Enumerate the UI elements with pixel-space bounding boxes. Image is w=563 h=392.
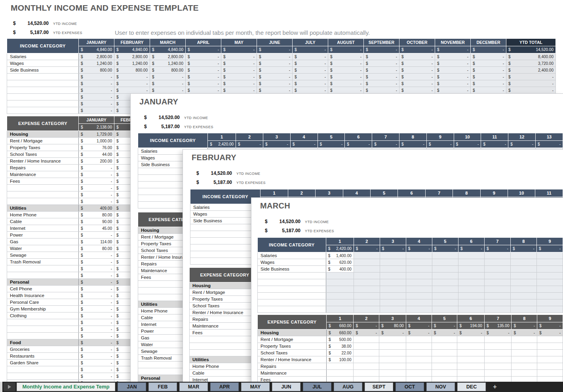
value-cell[interactable]: $500.00 xyxy=(326,336,354,343)
value-cell[interactable]: $1,000.00 xyxy=(79,138,114,144)
value-cell[interactable]: $- xyxy=(79,360,114,366)
value-cell[interactable]: $- xyxy=(512,330,537,336)
value-cell[interactable]: $- xyxy=(221,74,257,80)
value-cell[interactable]: $- xyxy=(257,67,293,74)
row-label-cell[interactable]: Water xyxy=(7,245,79,252)
value-cell[interactable] xyxy=(536,279,563,286)
value-cell[interactable]: $- xyxy=(79,339,114,346)
value-cell[interactable]: $- xyxy=(364,87,399,94)
tab-apr[interactable]: APR xyxy=(210,383,239,391)
value-cell[interactable] xyxy=(380,279,406,286)
ytd-value-cell[interactable]: $- xyxy=(506,87,556,94)
value-cell[interactable] xyxy=(484,279,510,286)
value-cell[interactable]: $100.00 xyxy=(326,356,354,363)
row-label-cell[interactable] xyxy=(7,191,79,198)
value-cell[interactable]: $1,240.00 xyxy=(114,60,150,67)
value-cell[interactable] xyxy=(537,370,563,377)
value-cell[interactable] xyxy=(484,252,510,259)
value-cell[interactable] xyxy=(457,370,485,377)
row-label-cell[interactable] xyxy=(190,224,261,231)
value-cell[interactable] xyxy=(380,266,406,273)
value-cell[interactable]: $- xyxy=(484,330,512,336)
value-cell[interactable]: $- xyxy=(435,67,471,74)
value-cell[interactable]: $- xyxy=(364,53,399,60)
tab-feb[interactable]: FEB xyxy=(148,383,177,391)
row-label-cell[interactable]: Utilities xyxy=(190,356,260,363)
value-cell[interactable]: $- xyxy=(364,80,399,87)
value-cell[interactable]: $- xyxy=(114,80,150,87)
row-label-cell[interactable]: Internet xyxy=(190,377,260,382)
row-label-cell[interactable]: School Taxes xyxy=(7,151,79,158)
row-label-cell[interactable] xyxy=(7,87,79,94)
row-label-cell[interactable]: Property Taxes xyxy=(258,343,327,350)
value-cell[interactable] xyxy=(510,279,536,286)
ytd-value-cell[interactable]: $- xyxy=(506,74,556,80)
value-cell[interactable]: $- xyxy=(399,60,435,67)
value-cell[interactable] xyxy=(510,266,536,273)
value-cell[interactable]: $- xyxy=(186,60,221,67)
value-cell[interactable] xyxy=(458,266,484,273)
row-label-cell[interactable] xyxy=(190,336,260,343)
value-cell[interactable] xyxy=(484,259,510,266)
row-label-cell[interactable]: Power xyxy=(7,232,79,239)
value-cell[interactable]: $- xyxy=(79,265,114,272)
row-label-cell[interactable] xyxy=(7,198,79,205)
value-cell[interactable]: $400.00 xyxy=(326,266,354,273)
value-cell[interactable]: $660.00 xyxy=(326,330,354,336)
value-cell[interactable]: $- xyxy=(79,100,114,107)
row-label-cell[interactable] xyxy=(258,293,326,299)
value-cell[interactable]: $2,800.00 xyxy=(79,53,114,60)
value-cell[interactable] xyxy=(537,336,563,343)
tab-sept[interactable]: SEPT xyxy=(365,383,393,391)
value-cell[interactable]: $- xyxy=(328,67,364,74)
row-label-cell[interactable] xyxy=(7,74,79,80)
row-label-cell[interactable]: Repairs xyxy=(190,316,260,323)
row-label-cell[interactable] xyxy=(190,251,261,258)
row-label-cell[interactable] xyxy=(7,373,79,380)
tab-may[interactable]: MAY xyxy=(241,383,270,391)
value-cell[interactable]: $- xyxy=(435,60,471,67)
row-label-cell[interactable] xyxy=(7,333,79,339)
value-cell[interactable] xyxy=(354,252,380,259)
row-label-cell[interactable]: Rent / Mortgage xyxy=(7,138,79,144)
value-cell[interactable] xyxy=(326,363,354,370)
value-cell[interactable] xyxy=(458,299,484,306)
value-cell[interactable]: $- xyxy=(399,74,435,80)
value-cell[interactable]: $- xyxy=(399,80,435,87)
value-cell[interactable] xyxy=(432,336,457,343)
value-cell[interactable]: $- xyxy=(293,67,328,74)
value-cell[interactable] xyxy=(536,252,563,259)
value-cell[interactable]: $- xyxy=(257,87,293,94)
value-cell[interactable]: $- xyxy=(328,53,364,60)
value-cell[interactable] xyxy=(326,299,354,306)
value-cell[interactable] xyxy=(380,259,406,266)
row-label-cell[interactable] xyxy=(190,244,261,251)
value-cell[interactable]: $- xyxy=(79,346,114,353)
row-label-cell[interactable]: Rent / Mortgage xyxy=(258,336,327,343)
value-cell[interactable]: $- xyxy=(79,191,114,198)
row-label-cell[interactable]: Groceries xyxy=(7,346,79,353)
value-cell[interactable]: $- xyxy=(79,292,114,299)
row-label-cell[interactable] xyxy=(258,273,326,279)
value-cell[interactable] xyxy=(537,343,563,350)
row-label-cell[interactable]: Home Phone xyxy=(7,212,79,218)
value-cell[interactable] xyxy=(380,286,406,293)
value-cell[interactable]: $- xyxy=(293,87,328,94)
value-cell[interactable] xyxy=(536,293,563,299)
value-cell[interactable] xyxy=(458,293,484,299)
row-label-cell[interactable]: Repairs xyxy=(258,363,327,370)
value-cell[interactable]: $22.00 xyxy=(326,350,354,356)
value-cell[interactable] xyxy=(354,350,379,356)
value-cell[interactable]: $- xyxy=(257,80,293,87)
value-cell[interactable]: $- xyxy=(79,165,114,171)
value-cell[interactable] xyxy=(326,279,354,286)
value-cell[interactable]: $114.00 xyxy=(79,239,114,245)
value-cell[interactable]: $- xyxy=(221,80,257,87)
value-cell[interactable] xyxy=(512,350,537,356)
value-cell[interactable] xyxy=(457,343,485,350)
value-cell[interactable]: $- xyxy=(471,87,506,94)
value-cell[interactable] xyxy=(512,356,537,363)
value-cell[interactable]: $- xyxy=(114,87,150,94)
value-cell[interactable] xyxy=(354,299,380,306)
value-cell[interactable]: $- xyxy=(79,299,114,306)
